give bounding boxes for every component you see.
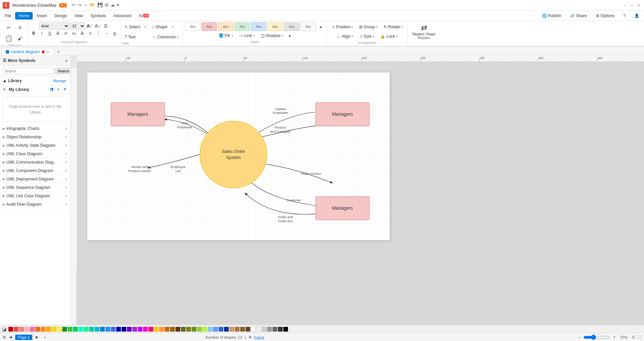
my-library-add-button[interactable]: + [56,87,61,92]
color-swatch-olive-drab[interactable] [192,327,196,332]
color-swatch-dark-orange[interactable] [41,327,45,332]
manage-button[interactable]: Manage [52,78,68,83]
number-list-button[interactable]: ⋮ [95,30,102,37]
color-swatch-brown[interactable] [175,327,180,332]
color-swatch-forest-green[interactable] [62,327,67,332]
color-swatch-aquamarine[interactable] [78,327,83,332]
sidebar-item-close-2[interactable]: ✕ [65,143,68,148]
share-button[interactable]: 🔗 Share [567,12,590,19]
grid-icon[interactable]: ⊞ [3,335,6,339]
maximize-button[interactable]: □ [629,3,635,8]
search-button[interactable]: Search [55,68,71,74]
publish-button[interactable]: 🌐 Publish [539,12,565,19]
sidebar-item-uml-component[interactable]: ▶ UML Component Diagram ✕ [0,167,70,175]
sidebar-item-object-relationship[interactable]: ▶ Object Relationship ✕ [0,133,70,141]
focus-label[interactable]: Focus [254,335,264,339]
style-swatch-6[interactable]: Abc [284,22,299,31]
tab-close-button[interactable]: ✕ [46,50,49,54]
text-color-button[interactable]: A [78,30,86,37]
zoom-in-button[interactable]: + [612,335,617,340]
color-swatch-white[interactable] [251,327,256,332]
sidebar-item-close-3[interactable]: ✕ [65,152,68,156]
style-swatch-7[interactable]: Abc [300,22,316,31]
share-icon[interactable]: ☁ [110,2,115,8]
color-swatch-medium-blue[interactable] [116,327,121,332]
sidebar-item-close-0[interactable]: ✕ [65,127,68,131]
color-swatch-purple[interactable] [127,327,132,332]
sidebar-item-close-5[interactable]: ✕ [65,169,68,173]
format-painter-button[interactable]: 🖌 [15,33,26,44]
undo-icon[interactable]: ↩ [72,2,76,8]
color-swatch-olive[interactable] [181,327,186,332]
cut-button[interactable]: ✂ [3,22,14,33]
italic-button[interactable]: I [38,30,45,37]
menu-file[interactable]: File [1,12,14,20]
align-left-button[interactable]: ☰ [102,22,109,30]
zoom-out-button[interactable]: − [577,335,582,340]
style-swatch-0[interactable]: Abc [185,22,200,31]
color-swatch-royal-blue[interactable] [111,327,116,332]
new-icon[interactable]: ＋ [84,2,88,8]
styles-more-button[interactable]: ▸ [286,32,294,39]
tab-context-diagram[interactable]: context diagram ✕ [1,48,54,56]
options-button[interactable]: ⚙ Options [592,12,618,19]
text-button[interactable]: T Text [122,32,149,42]
color-swatch-yellow-green[interactable] [197,327,202,332]
sidebar-item-infographic-charts[interactable]: ▶ Infographic Charts ✕ [0,125,70,133]
sidebar-item-uml-deployment[interactable]: ▶ UML Deployment Diagram ✕ [0,175,70,183]
style-swatch-4[interactable]: Abc [251,22,266,31]
color-swatch-sienna[interactable] [240,327,245,332]
lock-button[interactable]: 🔒 Lock ▾ [378,32,400,41]
shadow-button[interactable]: ◫ Shadow ▾ [258,31,286,40]
size-button[interactable]: ⤢ Size ▾ [357,32,377,41]
sidebar-item-uml-usecase[interactable]: ▶ UML Use Case Diagram ✕ [0,192,70,200]
font-decrease-button[interactable]: A↓ [94,22,101,30]
color-swatch-brown-orange[interactable] [165,327,169,332]
bold-button[interactable]: B [30,30,37,37]
color-swatch-light-gray[interactable] [256,327,261,332]
color-swatch-dark-brown[interactable] [246,327,250,332]
color-swatch-gray[interactable] [267,327,272,332]
sidebar-item-uml-sequence[interactable]: ▶ UML Sequence Diagram ✕ [0,183,70,192]
indent-button[interactable]: → [103,30,110,37]
color-swatch-teal-green[interactable] [89,327,94,332]
sidebar-item-close-8[interactable]: ✕ [65,194,68,198]
sidebar-item-close-9[interactable]: ✕ [65,202,68,207]
sidebar-item-audit-flow[interactable]: ▶ Audit Flow Diagram ✕ [0,200,70,209]
color-swatch-orange[interactable] [35,327,40,332]
color-swatch-amber[interactable] [154,327,159,332]
subscript-button[interactable]: x₂ [70,30,78,37]
bullet-list-button[interactable]: ≡ [87,30,94,37]
page-next-button[interactable]: ▶ [34,334,40,340]
sidebar-item-close-1[interactable]: ✕ [65,135,68,139]
color-swatch-azure[interactable] [100,327,105,332]
paste-button[interactable]: 📋 [3,33,14,44]
underline-button[interactable]: U [46,30,54,37]
color-swatch-spring-green[interactable] [84,327,89,332]
open-icon[interactable]: 📂 [90,2,95,8]
more-icon[interactable]: ▾ [117,2,119,8]
add-page-button[interactable]: + [42,335,48,340]
diagram-svg[interactable]: Managers Managers Managers Sales Order S… [87,72,390,240]
style-swatch-2[interactable]: Abc [218,22,233,31]
color-swatch-pink-red[interactable] [149,327,153,332]
color-swatch-dodger-blue[interactable] [105,327,110,332]
align-button[interactable]: ⫠ Align ▾ [334,32,356,41]
menu-advanced[interactable]: Advanced [110,12,135,20]
style-swatch-1[interactable]: Abc [201,22,217,31]
color-swatch-medium-blue2[interactable] [219,327,223,332]
font-increase-button[interactable]: A↑ [86,22,93,30]
color-swatch-red-dark[interactable] [8,327,13,332]
font-size-select[interactable]: 1210141618 [70,22,85,30]
color-swatch-black[interactable] [283,327,288,332]
fill-color-icon[interactable]: ◪ [2,327,6,332]
color-swatch-yellow[interactable] [57,327,62,332]
color-swatch-peru[interactable] [235,327,239,332]
shape-button[interactable]: □ Shape ▾ [150,22,176,32]
user-button[interactable]: 👤 [631,12,643,19]
color-swatch-lime-green[interactable] [68,327,72,332]
color-swatch-tan[interactable] [229,327,234,332]
group-button[interactable]: ⊞ Group ▾ [356,22,380,32]
color-swatch-silver[interactable] [262,327,266,332]
color-swatch-dark-gray[interactable] [272,327,277,332]
